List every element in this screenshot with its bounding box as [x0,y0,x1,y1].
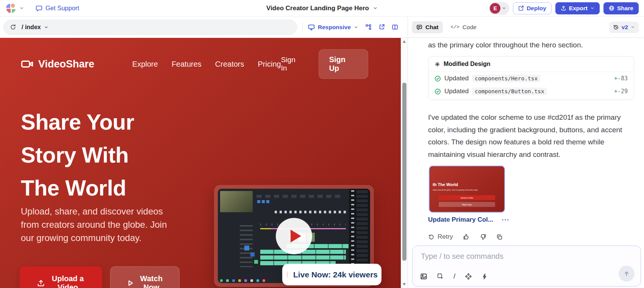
version-history-dropdown[interactable]: v2 [609,22,639,33]
version-name-link[interactable]: Update Primary Col... [428,216,493,224]
editor-monitor-photo [220,191,253,212]
diff-minus: - [617,88,621,95]
topbar-right: E Deploy Export [489,2,639,15]
integrations-diamonds-icon[interactable] [465,273,472,280]
live-badge-label: Live Now: 24k viewers [293,270,378,279]
check-circle-icon [435,88,441,95]
external-link-icon [518,5,524,11]
select-element-icon[interactable] [437,273,444,280]
version-thumbnail[interactable]: th The World videos around the globe. Jo… [429,166,505,213]
thumbs-down-button[interactable] [480,233,486,240]
toolbar: / index Responsive [0,17,644,38]
file-action-label: Updated [444,88,469,95]
retry-label: Retry [438,233,453,241]
avatar: E [490,3,500,14]
composer-toolbar: / [420,272,488,280]
editor-blue-block [244,246,249,250]
open-in-new-tab-icon[interactable] [378,24,385,30]
version-label-row: Update Primary Col... [428,216,635,224]
scrollbar-up-arrow[interactable] [403,40,406,43]
diff-stat: +-83 [614,75,628,82]
scrollbar-down-arrow[interactable] [403,283,406,286]
editor-green-block [254,260,258,264]
retry-button[interactable]: Retry [428,233,453,241]
nav-link-pricing[interactable]: Pricing [258,60,281,69]
get-support-link[interactable]: Get Support [36,5,79,12]
route-label: / index [22,24,41,31]
timeline-clip [260,255,346,260]
file-path-chip: components/Hero.tsx [472,75,540,82]
diff-minus: - [617,75,621,82]
project-title-dropdown[interactable]: Video Creator Landing Page Hero [266,5,378,12]
sign-in-link[interactable]: Sign In [281,56,303,72]
hero-heading-line2: Story With [21,138,134,171]
upload-icon [37,279,45,287]
hero-cta-row: Upload a Video Watch Now [20,266,180,288]
chat-scroll-area[interactable]: as the primary color throughout the hero… [408,38,641,244]
share-button[interactable]: Share [603,2,639,14]
export-button[interactable]: Export [555,2,600,14]
account-chevron-down-icon [502,6,506,10]
site-brand[interactable]: VideoShare [21,58,94,70]
editor-chip [257,200,260,203]
hero-description: Upload, share, and discover videos from … [21,205,180,244]
editor-taskbar [220,279,265,282]
tab-chat[interactable]: Chat [412,21,443,33]
version-label: v2 [622,24,628,31]
toolbar-divider [302,23,303,32]
thumbnail-description: videos around the globe. Join our growin… [433,189,497,191]
hero-heading: Share Your Story With The World [21,105,134,204]
code-tab-label: Code [463,24,477,31]
retry-icon [428,234,435,240]
share-label: Share [617,5,633,12]
watch-now-button[interactable]: Watch Now [110,266,180,288]
split-view-icon[interactable] [392,24,398,30]
components-tree-icon[interactable] [365,24,372,30]
thumbnail-primary-button: Upload a Video [439,195,495,200]
history-icon [613,24,619,30]
modified-design-title: Modified Design [444,61,491,67]
export-label: Export [569,5,588,12]
scrollbar-thumb[interactable] [402,83,406,261]
sparkle-icon [435,61,440,67]
tab-code[interactable]: </> Code [446,21,481,33]
play-outline-icon [127,279,134,287]
thumbnail-heading: th The World [433,182,458,187]
logo-chevron-down-icon[interactable] [19,6,24,11]
check-circle-icon [435,75,441,82]
chat-panel: as the primary color throughout the hero… [408,38,644,288]
preview-scrollbar[interactable] [401,38,408,288]
diff-stat: +-29 [614,88,628,95]
account-menu[interactable]: E [489,2,509,15]
sign-up-button[interactable]: Sign Up [319,49,368,79]
url-bar[interactable]: / index [3,20,297,35]
main-split: VideoShare Explore Features Creators Pri… [0,38,644,288]
upload-video-button[interactable]: Upload a Video [20,266,102,288]
message-actions: Retry [428,233,635,241]
viewport-size-dropdown[interactable]: Responsive [308,24,358,31]
route-dropdown[interactable]: / index [22,24,48,31]
version-menu-dots-icon[interactable] [502,218,509,221]
toolbar-left: / index Responsive [0,17,408,38]
editor-top-toolbar [256,195,343,198]
send-button[interactable] [619,266,635,282]
project-title: Video Creator Landing Page Hero [266,5,369,12]
chat-input[interactable] [420,251,610,266]
chat-bubble-icon [416,24,422,30]
slash-command-icon[interactable]: / [453,272,455,280]
nav-link-explore[interactable]: Explore [132,60,158,69]
title-chevron-down-icon [373,6,378,11]
nav-link-features[interactable]: Features [172,60,202,69]
file-action-label: Updated [444,75,469,82]
nav-link-creators[interactable]: Creators [215,60,244,69]
thumbs-up-button[interactable] [463,233,470,240]
video-play-button[interactable] [276,218,312,254]
app-logo-icon[interactable] [5,3,16,14]
refresh-icon[interactable] [10,24,16,30]
deploy-button[interactable]: Deploy [513,2,552,14]
quick-actions-bolt-icon[interactable] [481,273,488,280]
play-icon [291,230,301,243]
top-bar: Get Support Video Creator Landing Page H… [0,0,644,17]
attach-image-icon[interactable] [420,273,427,280]
copy-button[interactable] [496,234,503,240]
